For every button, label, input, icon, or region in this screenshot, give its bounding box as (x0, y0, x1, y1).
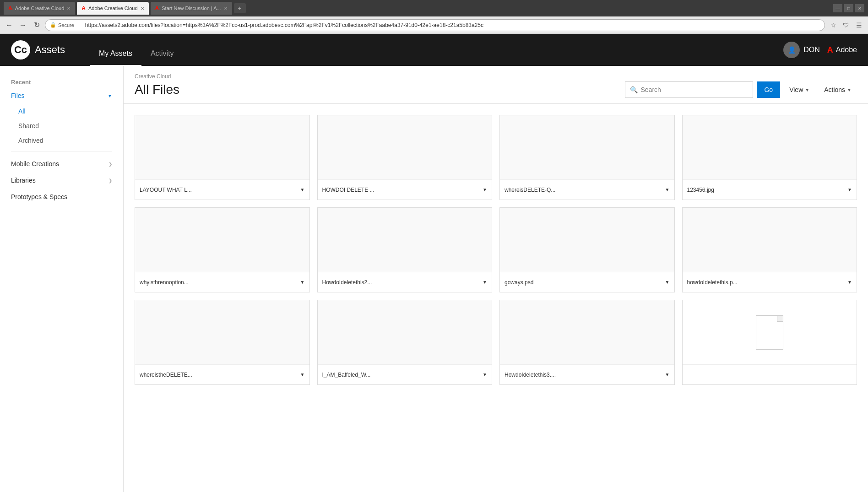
file-footer-4: 123456.jpg ▼ (683, 179, 857, 200)
view-label: View (789, 86, 803, 93)
file-menu-button-8[interactable]: ▼ (847, 280, 852, 285)
sidebar-item-libraries[interactable]: Libraries ❯ (0, 172, 123, 189)
new-tab-button[interactable]: + (234, 3, 246, 13)
file-name-10: I_AM_Baffeled_W... (322, 372, 480, 378)
sidebar-item-prototypes[interactable]: Prototypes & Specs (0, 189, 123, 205)
browser-tab-3[interactable]: A Start New Discussion | A... ✕ (151, 2, 232, 15)
file-footer-7: goways.psd ▼ (500, 272, 674, 292)
adobe-brand: A Adobe (827, 45, 857, 55)
address-field[interactable]: 🔒 Secure https://assets2.adobe.com/files… (45, 19, 825, 31)
file-menu-button-9[interactable]: ▼ (300, 372, 305, 377)
go-button[interactable]: Go (757, 81, 780, 98)
sidebar-item-files[interactable]: Files ▼ (0, 87, 123, 104)
maximize-button[interactable]: □ (844, 4, 853, 12)
file-name-7: goways.psd (505, 279, 662, 286)
file-card-3[interactable]: whereisDELETE-Q... ▼ (499, 115, 675, 200)
sidebar-item-all[interactable]: All (0, 104, 123, 119)
file-card-8[interactable]: howdoIdeletethis.p... ▼ (682, 207, 857, 292)
file-name-1: LAYOOUT WHAT L... (140, 187, 298, 193)
file-thumbnail-5 (135, 208, 309, 272)
extension-button[interactable]: 🛡 (841, 20, 852, 31)
sidebar-item-archived[interactable]: Archived (0, 133, 123, 148)
file-footer-5: whyisthrenooption... ▼ (135, 272, 309, 292)
tab-label-1: Adobe Creative Cloud (15, 5, 65, 11)
file-thumbnail-7 (500, 208, 674, 272)
content-toolbar: 🔍 Go View ▼ Actions ▼ (625, 81, 857, 98)
browser-tab-2[interactable]: A Adobe Creative Cloud ✕ (77, 2, 148, 15)
nav-my-assets[interactable]: My Assets (90, 34, 141, 66)
file-card-1[interactable]: LAYOOUT WHAT L... ▼ (135, 115, 310, 200)
minimize-button[interactable]: — (833, 4, 842, 12)
files-chevron-down-icon: ▼ (108, 93, 112, 98)
file-name-8: howdoIdeletethis.p... (687, 279, 845, 286)
tab-close-2[interactable]: ✕ (141, 6, 144, 11)
file-menu-button-11[interactable]: ▼ (665, 372, 670, 377)
file-name-5: whyisthrenooption... (140, 279, 298, 286)
file-card-9[interactable]: whereistheDELETE... ▼ (135, 300, 310, 385)
libraries-label: Libraries (11, 177, 108, 184)
avatar: 👤 (783, 42, 800, 58)
file-card-11[interactable]: HowdoIdeletethis3.... ▼ (499, 300, 675, 385)
file-name-6: HowdoIdeletethis2... (322, 279, 480, 286)
lock-icon: 🔒 (50, 22, 56, 28)
file-menu-button-1[interactable]: ▼ (300, 187, 305, 192)
file-card-4[interactable]: 123456.jpg ▼ (682, 115, 857, 200)
file-menu-button-7[interactable]: ▼ (665, 280, 670, 285)
file-name-3: whereisDELETE-Q... (505, 187, 662, 193)
search-icon: 🔍 (630, 86, 638, 93)
actions-button[interactable]: Actions ▼ (819, 81, 857, 98)
file-card-2[interactable]: HOWDOI DELETE ... ▼ (317, 115, 493, 200)
nav-activity[interactable]: Activity (141, 34, 183, 66)
close-button[interactable]: ✕ (855, 4, 864, 12)
sidebar-divider-1 (11, 151, 112, 152)
file-card-10[interactable]: I_AM_Baffeled_W... ▼ (317, 300, 493, 385)
file-card-5[interactable]: whyisthrenooption... ▼ (135, 207, 310, 292)
back-button[interactable]: ← (4, 20, 15, 31)
logo-icon-inner: Cc (14, 44, 27, 56)
tab-adobe-icon-3: A (155, 5, 159, 11)
content-area: Creative Cloud All Files 🔍 Go View ▼ Act… (124, 66, 868, 492)
file-menu-button-10[interactable]: ▼ (483, 372, 487, 377)
file-footer-10: I_AM_Baffeled_W... ▼ (318, 364, 492, 384)
bookmark-button[interactable]: ☆ (828, 20, 839, 31)
header-right: 👤 DON A Adobe (783, 42, 857, 58)
logo-icon: Cc (11, 40, 30, 59)
file-footer-11: HowdoIdeletethis3.... ▼ (500, 364, 674, 384)
file-thumbnail-9 (135, 300, 309, 364)
app-header: Cc Assets My Assets Activity 👤 DON A Ado… (0, 34, 868, 66)
actions-label: Actions (824, 86, 845, 93)
file-thumbnail-12 (683, 300, 857, 364)
file-menu-button-6[interactable]: ▼ (483, 280, 487, 285)
search-input[interactable] (640, 86, 748, 93)
mobile-creations-chevron-icon: ❯ (108, 162, 112, 167)
menu-button[interactable]: ☰ (853, 20, 864, 31)
tab-close-3[interactable]: ✕ (224, 6, 228, 11)
browser-tab-1[interactable]: A Adobe Creative Cloud ✕ (4, 2, 75, 15)
file-menu-button-2[interactable]: ▼ (483, 187, 487, 192)
file-menu-button-3[interactable]: ▼ (665, 187, 670, 192)
prototypes-label: Prototypes & Specs (11, 193, 112, 200)
file-thumbnail-1 (135, 115, 309, 179)
view-button[interactable]: View ▼ (784, 81, 815, 98)
tab-adobe-icon-2: A (81, 5, 86, 11)
sidebar-item-mobile-creations[interactable]: Mobile Creations ❯ (0, 156, 123, 172)
secure-label: Secure (58, 22, 74, 28)
forward-button[interactable]: → (17, 20, 28, 31)
file-card-12[interactable] (682, 300, 857, 385)
file-menu-button-5[interactable]: ▼ (300, 280, 305, 285)
mobile-creations-label: Mobile Creations (11, 160, 108, 168)
doc-icon (756, 315, 783, 350)
search-container: 🔍 (625, 81, 753, 98)
refresh-button[interactable]: ↻ (31, 20, 42, 31)
actions-dropdown-icon: ▼ (847, 87, 852, 92)
file-name-11: HowdoIdeletethis3.... (505, 372, 662, 378)
sidebar-item-shared[interactable]: Shared (0, 119, 123, 133)
file-card-7[interactable]: goways.psd ▼ (499, 207, 675, 292)
user-name: DON (803, 46, 820, 54)
tab-close-1[interactable]: ✕ (67, 6, 71, 11)
file-thumbnail-2 (318, 115, 492, 179)
file-card-6[interactable]: HowdoIdeletethis2... ▼ (317, 207, 493, 292)
file-footer-3: whereisDELETE-Q... ▼ (500, 179, 674, 200)
file-menu-button-4[interactable]: ▼ (847, 187, 852, 192)
address-actions: ☆ 🛡 ☰ (828, 20, 864, 31)
